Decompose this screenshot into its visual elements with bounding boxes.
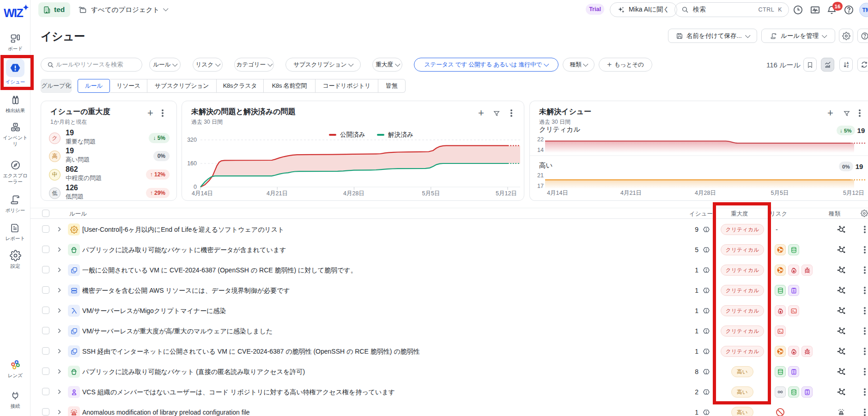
svg-text:22: 22 bbox=[537, 136, 544, 143]
svg-text:5月5日: 5月5日 bbox=[771, 190, 789, 196]
svg-text:A: A bbox=[846, 61, 849, 65]
svg-text:4月21日: 4月21日 bbox=[620, 190, 642, 196]
svg-text:Z: Z bbox=[846, 65, 848, 68]
svg-text:4月28日: 4月28日 bbox=[695, 190, 716, 196]
svg-text:0: 0 bbox=[194, 184, 197, 190]
svg-text:高い: 高い bbox=[539, 162, 552, 169]
svg-text:4月21日: 4月21日 bbox=[267, 190, 288, 197]
svg-text:5月12日: 5月12日 bbox=[843, 190, 864, 196]
svg-text:4月28日: 4月28日 bbox=[343, 190, 364, 197]
svg-text:4月14日: 4月14日 bbox=[547, 190, 568, 196]
svg-text:14: 14 bbox=[537, 147, 544, 153]
svg-text:320: 320 bbox=[187, 137, 197, 143]
svg-text:クリティカル: クリティカル bbox=[539, 126, 580, 133]
svg-text:21: 21 bbox=[537, 172, 544, 179]
svg-text:160: 160 bbox=[187, 160, 197, 167]
svg-text:5月12日: 5月12日 bbox=[496, 190, 517, 197]
svg-text:5月5日: 5月5日 bbox=[422, 190, 440, 197]
svg-text:17: 17 bbox=[537, 183, 544, 189]
svg-text:4月14日: 4月14日 bbox=[192, 190, 213, 197]
